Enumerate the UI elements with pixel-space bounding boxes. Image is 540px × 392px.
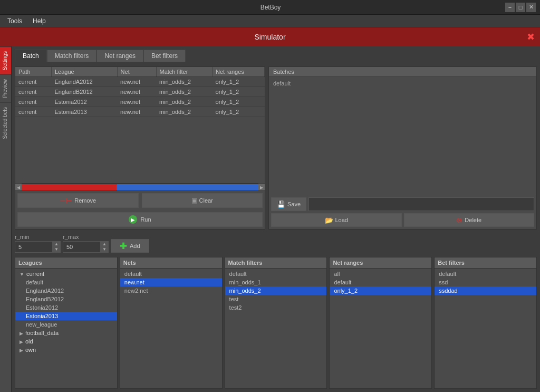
table-row[interactable]: currentEnglandB2012new.netmin_odds_2only… xyxy=(15,87,265,97)
match-filters-panel: Match filters default min_odds_1 min_odd… xyxy=(225,257,327,389)
league-old[interactable]: ▶old xyxy=(15,337,117,346)
mf-test[interactable]: test xyxy=(225,295,327,303)
ranges-add-row: r_min ▲ ▼ r_max ▲ ▼ xyxy=(15,232,537,253)
r-min-spinner: ▲ ▼ xyxy=(15,241,61,253)
window-controls: − □ ✕ xyxy=(505,3,536,12)
run-button[interactable]: ▶ Run xyxy=(17,212,263,227)
save-button[interactable]: 💾 Save xyxy=(271,197,306,211)
col-net: Net xyxy=(117,67,156,77)
titlebar: BetBoy − □ ✕ xyxy=(0,0,540,15)
add-button[interactable]: ✚ Add xyxy=(111,239,149,253)
remove-button[interactable]: ⊣⊢ Remove xyxy=(17,193,139,208)
run-row: ▶ Run xyxy=(15,210,265,229)
delete-button[interactable]: ⊗ Delete xyxy=(404,213,535,227)
league-current[interactable]: ▼current xyxy=(15,270,117,278)
nr-default[interactable]: default xyxy=(330,278,431,286)
r-max-input[interactable] xyxy=(63,242,100,252)
top-section: Path League Net Match filter Net ranges … xyxy=(15,66,537,230)
load-button[interactable]: 📂 Load xyxy=(271,213,402,227)
scrollbar-blue-fill xyxy=(117,184,258,190)
load-icon: 📂 xyxy=(325,216,333,224)
match-filters-list[interactable]: default min_odds_1 min_odds_2 test test2 xyxy=(225,269,327,388)
sidebar-selected-bets[interactable]: Selected bets xyxy=(0,102,11,144)
table-row[interactable]: currentEstonia2013new.netmin_odds_2only_… xyxy=(15,107,265,117)
net-ranges-list[interactable]: all default only_1_2 xyxy=(330,269,431,388)
maximize-button[interactable]: □ xyxy=(516,3,525,12)
nr-all[interactable]: all xyxy=(330,270,431,278)
remove-icon: ⊣⊢ xyxy=(60,196,72,205)
r-min-input[interactable] xyxy=(15,242,52,252)
nets-header: Nets xyxy=(120,257,222,269)
bf-ssd[interactable]: ssd xyxy=(435,278,536,286)
r-max-label: r_max xyxy=(63,234,109,240)
leagues-panel: Leagues ▼current default EnglandA2012 En… xyxy=(15,257,118,389)
bf-ssddad[interactable]: ssddad xyxy=(435,286,536,295)
r-min-group: r_min ▲ ▼ xyxy=(15,234,61,253)
expand-arrow-own: ▶ xyxy=(20,348,23,353)
net-new2-net[interactable]: new2.net xyxy=(120,286,222,295)
sidebar-settings[interactable]: Settings xyxy=(0,46,11,74)
menu-help[interactable]: Help xyxy=(27,16,51,26)
save-row: 💾 Save xyxy=(269,195,536,213)
remove-clear-row: ⊣⊢ Remove ▣ Clear xyxy=(15,190,265,210)
mf-min-odds-2[interactable]: min_odds_2 xyxy=(225,286,327,295)
league-englanda2012[interactable]: EnglandA2012 xyxy=(15,286,117,295)
r-max-down[interactable]: ▼ xyxy=(101,247,108,252)
net-new-net[interactable]: new.net xyxy=(120,278,222,286)
league-estonia2012[interactable]: Estonia2012 xyxy=(15,303,117,312)
horizontal-scrollbar[interactable]: ◀ ▶ xyxy=(15,183,265,190)
league-new-league[interactable]: new_league xyxy=(15,320,117,329)
batches-panel: Batches default 💾 Save 📂 Load xyxy=(268,66,537,230)
menu-tools[interactable]: Tools xyxy=(2,16,27,26)
tab-net-ranges[interactable]: Net ranges xyxy=(97,50,143,62)
tab-bar: Batch Match filters Net ranges Bet filte… xyxy=(15,50,537,62)
mf-min-odds-1[interactable]: min_odds_1 xyxy=(225,278,327,286)
add-icon: ✚ xyxy=(120,241,127,251)
run-icon: ▶ xyxy=(129,215,137,224)
simulator-header: Simulator ✖ xyxy=(0,27,540,46)
batch-panel: Path League Net Match filter Net ranges … xyxy=(15,66,265,230)
nr-only-1-2[interactable]: only_1_2 xyxy=(330,286,431,295)
bet-filters-list[interactable]: default ssd ssddad xyxy=(435,269,536,388)
league-estonia2013[interactable]: Estonia2013 xyxy=(15,312,117,320)
batches-header: Batches xyxy=(269,67,536,77)
tab-match-filters[interactable]: Match filters xyxy=(47,50,97,62)
load-delete-row: 📂 Load ⊗ Delete xyxy=(269,213,536,229)
scroll-right-arrow[interactable]: ▶ xyxy=(258,184,265,190)
net-default[interactable]: default xyxy=(120,270,222,278)
table-row[interactable]: currentEstonia2012new.netmin_odds_2only_… xyxy=(15,97,265,107)
leagues-list[interactable]: ▼current default EnglandA2012 EnglandB20… xyxy=(15,269,117,388)
mf-default[interactable]: default xyxy=(225,270,327,278)
league-default[interactable]: default xyxy=(15,278,117,286)
r-max-up[interactable]: ▲ xyxy=(101,242,108,247)
scrollbar-track xyxy=(22,184,258,190)
simulator-title: Simulator xyxy=(254,33,285,41)
mf-test2[interactable]: test2 xyxy=(225,303,327,312)
r-min-down[interactable]: ▼ xyxy=(53,247,60,252)
tab-batch[interactable]: Batch xyxy=(15,50,47,62)
clear-button[interactable]: ▣ Clear xyxy=(142,193,263,208)
close-icon[interactable]: ✖ xyxy=(527,31,535,43)
col-league: League xyxy=(51,67,117,77)
menubar: Tools Help xyxy=(0,15,540,27)
r-max-group: r_max ▲ ▼ xyxy=(63,234,109,253)
r-max-spinner: ▲ ▼ xyxy=(63,241,109,253)
scrollbar-red-fill xyxy=(22,184,117,190)
minimize-button[interactable]: − xyxy=(505,3,515,12)
r-min-up[interactable]: ▲ xyxy=(53,242,60,247)
league-own[interactable]: ▶own xyxy=(15,346,117,354)
close-button[interactable]: ✕ xyxy=(526,3,536,12)
league-englandb2012[interactable]: EnglandB2012 xyxy=(15,295,117,303)
r-min-label: r_min xyxy=(15,234,61,240)
expand-arrow-football: ▶ xyxy=(20,331,23,336)
batch-item-default[interactable]: default xyxy=(271,79,534,88)
expand-arrow: ▼ xyxy=(20,272,24,277)
bf-default[interactable]: default xyxy=(435,270,536,278)
nets-list[interactable]: default new.net new2.net xyxy=(120,269,222,388)
table-row[interactable]: currentEnglandA2012new.netmin_odds_2only… xyxy=(15,77,265,87)
tab-bet-filters[interactable]: Bet filters xyxy=(143,50,186,62)
sidebar-preview[interactable]: Preview xyxy=(0,74,11,102)
scroll-left-arrow[interactable]: ◀ xyxy=(15,184,22,190)
batch-name-input[interactable] xyxy=(308,197,534,211)
league-football-data[interactable]: ▶football_data xyxy=(15,329,117,337)
